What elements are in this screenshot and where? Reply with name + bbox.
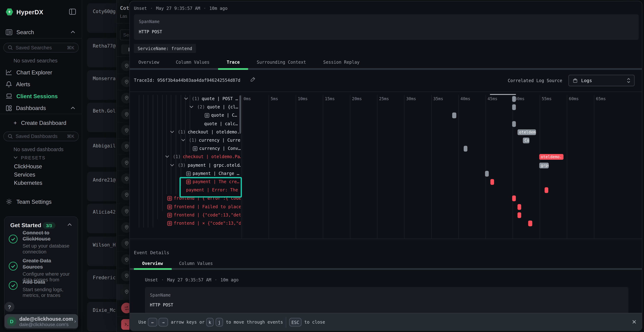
trace-span-row[interactable]: (1)checkout | oteldemo.…	[130, 128, 241, 136]
span-duration-bar[interactable]	[512, 196, 516, 202]
session-event-row[interactable]	[117, 236, 129, 252]
session-list-item[interactable]: Beth.Gol	[87, 103, 116, 132]
location-pin-icon[interactable]	[121, 158, 129, 168]
chevron-up-icon[interactable]	[71, 106, 75, 110]
span-duration-bar[interactable]: oteldemo.	[518, 129, 536, 135]
span-duration-bar[interactable]	[528, 220, 532, 226]
get-started-item[interactable]: Create Data SourcesConfigure where your …	[22, 258, 73, 283]
saved-dashboards-input[interactable]: Saved Dashboards ⌘K	[3, 132, 79, 141]
location-pin-icon[interactable]	[121, 93, 129, 104]
span-duration-bar[interactable]	[490, 179, 494, 185]
session-event-row[interactable]	[117, 204, 129, 220]
session-event-row[interactable]	[117, 106, 129, 122]
tab-column-values[interactable]: Column Values	[176, 60, 210, 64]
session-event-row[interactable]	[117, 90, 129, 106]
span-duration-bar[interactable]: grpc	[539, 162, 549, 168]
chevron-down-icon[interactable]	[189, 105, 194, 108]
create-dashboard-button[interactable]: + Create Dashboard	[14, 119, 66, 127]
trace-span-row[interactable]: (1)quote | POST …	[130, 95, 241, 103]
session-event-row[interactable]	[117, 316, 129, 332]
location-pin-icon[interactable]	[121, 109, 129, 120]
arrow-key-left[interactable]: ←	[148, 318, 158, 326]
span-duration-bar[interactable]	[544, 187, 548, 193]
span-duration-bar[interactable]	[518, 204, 521, 210]
span-duration-bar[interactable]	[452, 113, 456, 118]
session-event-row[interactable]	[117, 220, 129, 236]
tab-trace[interactable]: Trace	[227, 60, 240, 64]
sidebar-item-search[interactable]: Search	[6, 28, 76, 36]
sidebar-item-preset-services[interactable]: Services	[14, 172, 35, 178]
location-pin-icon[interactable]	[121, 76, 129, 87]
session-list-item[interactable]: Monserra	[87, 70, 116, 100]
span-duration-bar[interactable]	[518, 212, 521, 218]
chevron-down-icon[interactable]	[165, 155, 169, 158]
tree-scrollbar[interactable]	[240, 95, 241, 133]
saved-searches-input[interactable]: Saved Searches ⌘K	[3, 43, 79, 52]
trace-span-row[interactable]: quote | C…	[130, 112, 241, 120]
session-list-item[interactable]: Alicia42	[87, 204, 116, 233]
user-account-chip[interactable]: D dale@clickhouse.com dale@clickhouse.co…	[4, 314, 78, 328]
trace-span-row[interactable]: frontend | {"code":13,"det…	[130, 211, 241, 219]
span-duration-bar[interactable]	[512, 104, 516, 110]
session-event-row[interactable]	[117, 139, 129, 155]
location-pin-icon[interactable]	[121, 238, 129, 249]
session-event-row[interactable]	[117, 187, 129, 203]
hyperdx-logo-icon[interactable]	[6, 8, 13, 16]
tab-overview[interactable]: Overview	[138, 60, 159, 64]
session-list-item[interactable]: Wilson_H	[87, 236, 116, 266]
location-pin-icon[interactable]	[121, 222, 129, 233]
arrow-key-right[interactable]: →	[158, 318, 168, 326]
event-details-tab-overview[interactable]: Overview	[142, 261, 163, 266]
session-list-item[interactable]: Retha77@	[87, 38, 116, 67]
chevron-down-icon[interactable]	[181, 138, 185, 142]
tab-session-replay[interactable]: Session Replay	[323, 60, 360, 64]
span-duration-bar[interactable]	[464, 146, 468, 152]
session-event-row[interactable]	[117, 58, 129, 74]
location-pin-icon[interactable]	[121, 206, 129, 216]
close-icon[interactable]: ✕	[632, 319, 637, 326]
trace-span-row[interactable]: frontend | × {"code":13,"d…	[130, 219, 241, 228]
sidebar-item-team-settings[interactable]: Team Settings	[6, 198, 76, 206]
chevron-up-icon[interactable]	[71, 30, 75, 34]
session-event-row[interactable]	[117, 284, 129, 300]
session-list-item[interactable]: Coty60@g	[87, 3, 116, 33]
session-list-item[interactable]: Frederic	[87, 270, 116, 299]
session-search-input[interactable]: Sea	[120, 30, 129, 40]
presets-label[interactable]: PRESETS	[21, 155, 46, 160]
span-duration-bar[interactable]	[512, 96, 516, 102]
location-pin-icon[interactable]	[121, 270, 129, 281]
location-pin-icon[interactable]	[121, 254, 129, 265]
span-duration-bar[interactable]	[512, 121, 516, 127]
session-event-row[interactable]	[117, 122, 129, 139]
sidebar-item-preset-clickhouse[interactable]: ClickHouse	[14, 164, 42, 170]
session-list-item[interactable]: Abbigail	[87, 138, 116, 167]
chevron-up-icon[interactable]	[68, 223, 72, 226]
trace-span-row[interactable]: quote | calc…	[130, 120, 241, 128]
sidebar-item-alerts[interactable]: Alerts	[6, 80, 76, 88]
sidebar-item-preset-kubernetes[interactable]: Kubernetes	[14, 180, 42, 186]
trace-span-row[interactable]: (2)quote | {cl…	[130, 103, 241, 112]
chevron-down-icon[interactable]	[170, 130, 174, 133]
event-details-tab-column-values[interactable]: Column Values	[179, 261, 213, 266]
help-button[interactable]: ?	[4, 302, 14, 312]
terminal-icon[interactable]	[121, 319, 129, 330]
span-duration-bar[interactable]: oteldemo.	[539, 154, 564, 160]
trace-span-row[interactable]: payment | Charge …	[130, 170, 241, 178]
trace-span-row[interactable]: (1)checkout | oteldemo.Pa…	[130, 153, 241, 161]
get-started-item[interactable]: Connect to ClickHouseSet up your databas…	[22, 230, 73, 255]
location-pin-icon[interactable]	[121, 125, 129, 136]
tab-surrounding-context[interactable]: Surrounding Context	[257, 60, 306, 64]
esc-key[interactable]: ESC	[289, 318, 302, 326]
key-k[interactable]: k	[206, 318, 214, 326]
key-j[interactable]: j	[216, 318, 223, 326]
session-event-row[interactable]	[117, 155, 129, 171]
sidebar-item-chart-explorer[interactable]: Chart Explorer	[6, 68, 76, 76]
session-event-row[interactable]	[117, 171, 129, 187]
trace-span-row[interactable]: (3)payment | grpc.oteld…	[130, 161, 241, 170]
span-duration-bar[interactable]: Conv	[523, 138, 529, 143]
location-pin-icon[interactable]	[121, 286, 129, 297]
span-duration-bar[interactable]	[485, 171, 489, 176]
presets-chevron-icon[interactable]	[14, 156, 18, 159]
service-name-tag[interactable]: ServiceName: frontend	[134, 44, 196, 53]
trace-span-row[interactable]: frontend | Failed to place…	[130, 203, 241, 211]
